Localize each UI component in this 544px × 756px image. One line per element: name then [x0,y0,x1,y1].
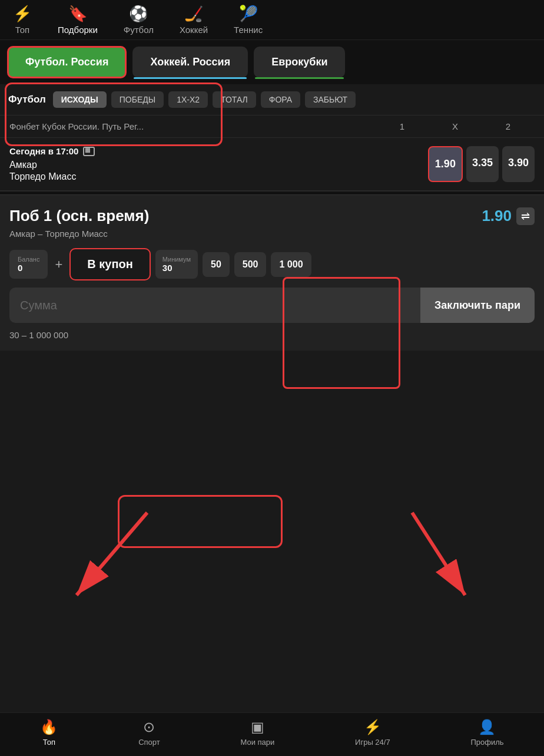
svg-line-2 [412,513,465,595]
bet-slip-icon[interactable]: ⇌ [516,207,535,225]
bottom-nav-games[interactable]: ⚡ Игры 24/7 [355,719,390,747]
lightning-icon: ⚡ [13,6,32,21]
col-header-1: 1 [376,121,429,131]
bottom-nav-label-top: Топ [43,738,55,747]
hockey-icon: 🏒 [184,6,203,21]
odds-x-button[interactable]: 3.35 [466,146,499,182]
bottom-nav-label-profile: Профиль [470,738,503,747]
football-icon: ⚽ [129,6,148,21]
category-tab-hockey-russia[interactable]: Хоккей. Россия [132,47,248,78]
team2-name: Торпедо Миасс [9,171,428,182]
tournament-name: Фонбет Кубок России. Путь Рег... [9,121,376,131]
bottom-nav-label-sport: Спорт [138,738,160,747]
place-bet-button[interactable]: Заключить пари [420,288,535,323]
tennis-icon: 🎾 [239,6,258,21]
filter-1x-x2[interactable]: 1Х-Х2 [168,91,208,108]
bet-controls: Баланс 0 + В купон Минимум 30 50 500 1 0… [9,248,535,280]
nav-label-top: Топ [15,25,29,35]
team1-name: Амкар [9,160,428,170]
quick-amount-50[interactable]: 50 [203,252,230,277]
match-time: Сегодня в 17:00 [9,146,78,156]
bet-input-row: Заключить пари [9,288,535,323]
bookmark-icon: 🔖 [68,6,87,21]
quick-amount-1000[interactable]: 1 000 [271,252,311,277]
balance-label: Баланс [18,256,39,263]
stats-icon[interactable] [83,147,95,156]
category-tab-eurocups[interactable]: Еврокубки [254,47,345,78]
coupon-button[interactable]: В купон [69,248,151,280]
nav-label-collections: Подборки [58,25,98,35]
bottom-nav-sport[interactable]: ⊙ Спорт [138,719,160,747]
category-label-football-russia: Футбол. Россия [25,56,108,68]
minimum-box: Минимум 30 [155,250,198,279]
filter-row: Футбол ИСХОДЫ ПОБЕДЫ 1Х-Х2 ТОТАЛ ФОРА ЗА… [0,84,544,115]
nav-label-hockey: Хоккей [180,25,208,35]
category-tabs: Футбол. Россия Хоккей. Россия Еврокубки [0,40,544,84]
filter-outcomes[interactable]: ИСХОДЫ [53,91,107,108]
bottom-nav-profile[interactable]: 👤 Профиль [470,719,503,747]
balance-box: Баланс 0 [9,250,48,279]
bet-odds-value: 1.90 [482,207,512,225]
odds-w2-button[interactable]: 3.90 [502,146,535,182]
mybets-icon: ▣ [251,719,264,735]
category-label-eurocups: Еврокубки [271,56,327,68]
nav-item-football[interactable]: ⚽ Футбол [111,6,167,35]
nav-item-top[interactable]: ⚡ Топ [0,6,45,35]
bottom-nav-label-games: Игры 24/7 [355,738,390,747]
col-header-x: X [429,121,482,131]
bet-amount-input[interactable] [9,299,420,312]
category-tab-football-russia[interactable]: Футбол. Россия [7,46,127,78]
nav-item-hockey[interactable]: 🏒 Хоккей [167,6,221,35]
balance-value: 0 [18,263,39,273]
nav-item-tennis[interactable]: 🎾 Теннис [221,6,276,35]
red-outline-coupon-btn [118,495,283,548]
bet-odds-badge: 1.90 ⇌ [482,207,535,225]
bottom-nav-mybets[interactable]: ▣ Мои пари [240,719,274,747]
bottom-nav-top[interactable]: 🔥 Топ [40,719,58,747]
bet-match-name: Амкар – Торпедо Миасс [9,229,535,239]
match-row: Сегодня в 17:00 Амкар Торпедо Миасс 1.90… [0,138,544,191]
sport-icon: ⊙ [143,719,155,735]
nav-label-tennis: Теннис [234,25,263,35]
minimum-label: Минимум [162,256,191,263]
category-label-hockey-russia: Хоккей. Россия [150,56,230,68]
bet-title: Поб 1 (осн. время) [9,207,149,225]
bottom-navigation: 🔥 Топ ⊙ Спорт ▣ Мои пари ⚡ Игры 24/7 👤 П… [0,712,544,756]
games-icon: ⚡ [364,719,382,735]
profile-icon: 👤 [478,719,496,735]
filter-fora[interactable]: ФОРА [261,91,300,108]
nav-label-football: Футбол [124,25,154,35]
bet-range: 30 – 1 000 000 [9,328,535,342]
quick-amount-500[interactable]: 500 [234,252,267,277]
minimum-value: 30 [162,263,191,273]
odds-w1-button[interactable]: 1.90 [428,146,463,182]
svg-line-1 [77,513,147,595]
filter-wins[interactable]: ПОБЕДЫ [111,91,164,108]
plus-button[interactable]: + [52,257,65,272]
bottom-nav-label-mybets: Мои пари [240,738,274,747]
filter-score[interactable]: ЗАБЬЮТ [305,91,356,108]
col-header-2: 2 [482,121,535,131]
nav-item-collections[interactable]: 🔖 Подборки [45,6,111,35]
table-header: Фонбет Кубок России. Путь Рег... 1 X 2 [0,115,544,138]
sport-label: Футбол [8,94,46,105]
bet-slip-section: Поб 1 (осн. время) 1.90 ⇌ Амкар – Торпед… [0,194,544,351]
top-navigation: ⚡ Топ 🔖 Подборки ⚽ Футбол 🏒 Хоккей 🎾 Тен… [0,0,544,40]
filter-total[interactable]: ТОТАЛ [213,91,256,108]
fire-icon: 🔥 [40,719,58,735]
